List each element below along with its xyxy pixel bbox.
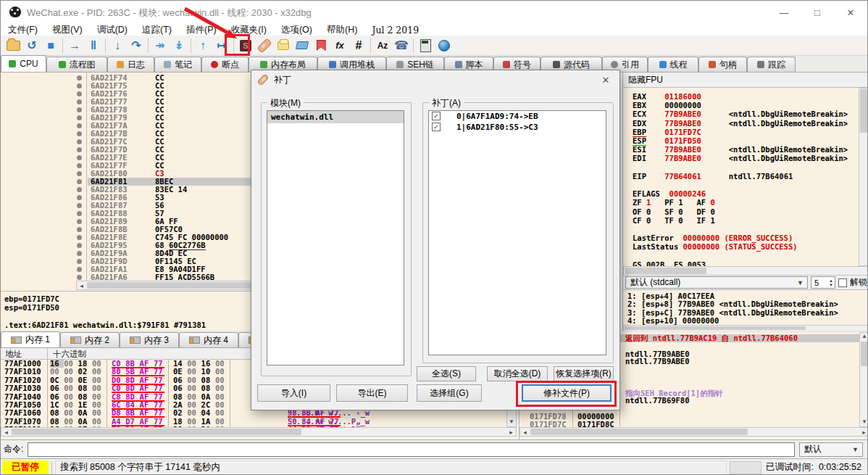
breakpoint-dot[interactable] (77, 211, 82, 216)
menu-item-4[interactable]: 追踪(T) (135, 24, 179, 36)
patch-button[interactable] (255, 37, 274, 54)
breakpoint-dot[interactable] (77, 259, 82, 264)
breakpoint-dot[interactable] (77, 147, 82, 152)
breakpoint-dot[interactable] (77, 83, 82, 88)
tab-断点[interactable]: 断点 (201, 57, 249, 72)
ordinals-button[interactable]: # (349, 37, 368, 54)
internet-button[interactable] (435, 37, 454, 54)
comments-button[interactable] (274, 37, 293, 54)
tab-线程[interactable]: 线程 (648, 57, 698, 72)
register-value[interactable]: 0171FD50 (664, 136, 701, 145)
register-line[interactable]: EFLAGS 00000246 (633, 189, 706, 198)
menu-item-2[interactable]: 视图(V) (45, 24, 90, 36)
registers-vscrollbar[interactable] (859, 88, 868, 266)
scroll-left-arrow[interactable]: ◂ (77, 281, 86, 289)
register-line[interactable]: EDX 77B9ABE0 <ntdll.DbgUiRemoteBreakin> (633, 119, 848, 128)
menu-item-1[interactable]: 文件(F) (1, 24, 45, 36)
patch-checkbox[interactable]: ✓ (432, 123, 441, 131)
register-value[interactable]: 00000000 (ERROR_SUCCESS) (683, 234, 793, 242)
scroll-left-arrow[interactable]: ◂ (1, 428, 11, 436)
command-input[interactable] (28, 442, 795, 457)
register-value[interactable]: 0171FD7C (664, 128, 701, 136)
tab-跟踪[interactable]: 跟踪 (747, 57, 796, 72)
breakpoint-dot[interactable] (77, 123, 82, 128)
restore-selection-button[interactable]: 恢复选择项(R) (554, 366, 614, 381)
register-value[interactable]: 77B9ABE0 (664, 154, 701, 162)
register-value[interactable]: 77B9ABE0 (664, 145, 701, 154)
call-button[interactable]: ☎ (392, 37, 411, 54)
import-button[interactable]: 导入(I) (257, 384, 330, 402)
functions-button[interactable]: fx (330, 37, 349, 54)
scroll-right-arrow[interactable]: ▸ (859, 428, 868, 436)
register-value[interactable]: 00000000 (STATUS_SUCCESS) (683, 242, 798, 251)
pause-button[interactable]: ‖ (84, 37, 103, 54)
dump-row[interactable]: 77AF106008000A00D88BAF7702000400988BAF77… (1, 409, 506, 417)
tab-cpu[interactable]: CPU (1, 55, 46, 72)
dump-tab-4[interactable]: 内存 4 (179, 332, 238, 347)
breakpoint-dot[interactable] (77, 163, 82, 168)
breakpoint-dot[interactable] (77, 139, 82, 144)
register-line[interactable]: LastStatus 00000000 (STATUS_SUCCESS) (633, 242, 798, 251)
breakpoint-dot[interactable] (77, 115, 82, 120)
menu-item-8[interactable]: 帮助(H) (320, 24, 364, 36)
step-into-button[interactable]: ↓ (108, 37, 127, 54)
breakpoint-dot[interactable] (77, 243, 82, 248)
scroll-left-arrow[interactable]: ◂ (520, 428, 530, 436)
register-value[interactable]: 77B64061 (664, 172, 701, 181)
breakpoint-dot[interactable] (77, 235, 82, 240)
close-button[interactable]: ✕ (834, 1, 867, 24)
patch-dialog-titlebar[interactable]: 补丁 ✕ (251, 70, 619, 89)
step-out-button[interactable]: ↑ (193, 37, 212, 54)
register-line[interactable]: GS 002B FS 0053 (633, 260, 706, 266)
breakpoint-dot[interactable] (77, 187, 82, 192)
breakpoint-dot[interactable] (77, 219, 82, 224)
dump-row[interactable]: 77AF107008000A00A4D7AF7718001A005084AF77… (1, 418, 506, 426)
scroll-right-arrow[interactable]: ▸ (506, 428, 516, 436)
breakpoint-dot[interactable] (77, 75, 82, 80)
strings-button[interactable]: Az (373, 37, 392, 54)
breakpoint-dot[interactable] (77, 195, 82, 200)
dump-tab-3[interactable]: 内存 3 (120, 332, 179, 347)
dump-tab-1[interactable]: 内存 1 (1, 331, 60, 347)
bookmarks-button[interactable] (312, 37, 330, 54)
patch-list-item[interactable]: ✓0|6A7F1AD9:74->EB (429, 111, 606, 122)
export-button[interactable]: 导出(E) (336, 384, 408, 402)
register-line[interactable]: ZF 1 PF 1 AF 0 (633, 198, 715, 207)
stack-hscrollbar[interactable]: ◂ ▸ (519, 427, 868, 437)
tab-笔记[interactable]: 笔记 (154, 57, 201, 72)
register-line[interactable]: LastError 00000000 (ERROR_SUCCESS) (633, 234, 793, 242)
trace-over-button[interactable]: ↡ (170, 37, 188, 54)
register-value[interactable]: 77B9ABE0 (664, 119, 701, 128)
register-line[interactable]: ESP 0171FD50 (633, 136, 701, 145)
register-line[interactable]: EBX 00000000 (633, 101, 701, 110)
depth-stepper[interactable]: 5 ▲▼ (811, 276, 835, 289)
breakpoint-dot[interactable] (77, 275, 82, 280)
dump-hscrollbar[interactable]: ◂ ▸ (1, 427, 517, 437)
restart-button[interactable]: ↺ (22, 37, 41, 54)
module-list-item[interactable]: wechatwin.dll (267, 111, 404, 123)
register-line[interactable]: EBP 0171FD7C (633, 128, 701, 136)
maximize-button[interactable]: □ (801, 1, 834, 24)
labels-button[interactable] (293, 37, 312, 54)
stack-row[interactable]: 0171FD7800000000 (519, 413, 859, 421)
breakpoint-dot[interactable] (77, 99, 82, 104)
patch-list-item[interactable]: ✓1|6AD21F80:55->C3 (429, 122, 606, 133)
dialog-close-icon[interactable]: ✕ (596, 73, 615, 86)
command-profile-select[interactable]: 默认▼ (799, 442, 863, 457)
arguments-pane[interactable]: 1: [esp+4] A0C17EEA2: [esp+8] 77B9ABE0 <… (622, 289, 868, 331)
minimize-button[interactable]: — (767, 1, 801, 24)
breakpoint-dot[interactable] (77, 171, 82, 176)
register-line[interactable]: EAX 01186000 (633, 92, 701, 101)
tab-句柄[interactable]: 句柄 (698, 57, 747, 72)
tab-日志[interactable]: 日志 (107, 57, 154, 72)
patch-checkbox[interactable]: ✓ (432, 112, 441, 120)
register-line[interactable]: ECX 77B9ABE0 <ntdll.DbgUiRemoteBreakin> (633, 110, 848, 118)
run-button[interactable]: → (65, 37, 84, 54)
breakpoint-dot[interactable] (77, 251, 82, 256)
register-line[interactable]: EIP 77B64061 ntdll.77B64061 (633, 172, 793, 181)
step-over-button[interactable]: ↷ (127, 37, 146, 54)
stack-vscrollbar[interactable]: ▲ ▼ (859, 332, 868, 427)
calling-convention-select[interactable]: 默认 (stdcall)▼ (625, 276, 808, 289)
register-value[interactable]: 00000000 (664, 101, 701, 110)
registers-pane[interactable]: 隐藏FPU EAX 01186000EBX 00000000ECX 77B9AB… (622, 73, 868, 289)
